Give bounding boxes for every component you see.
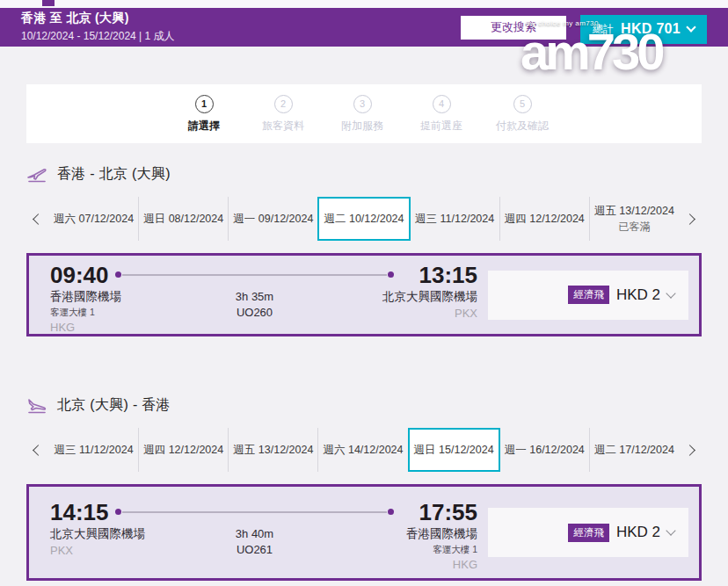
departure-terminal: 客運大樓 1: [50, 307, 121, 319]
trip-summary: 香港 至 北京 (大興) 10/12/2024 - 15/12/2024 | 1…: [21, 11, 175, 44]
trip-dates-pax: 10/12/2024 - 15/12/2024 | 1 成人: [21, 29, 175, 44]
date-label: 週一 16/12/2024: [505, 443, 585, 458]
outbound-date-tab[interactable]: 週六 07/12/2024: [49, 197, 138, 241]
departure-time: 09:40: [50, 262, 121, 288]
date-label: 週五 13/12/2024: [594, 204, 674, 219]
plane-landing-icon: [26, 396, 47, 414]
step-number: 5: [513, 95, 532, 113]
inbound-prev-dates-button[interactable]: [26, 428, 49, 472]
chevron-right-icon: [685, 213, 696, 225]
outbound-next-dates-button[interactable]: [679, 197, 702, 241]
inbound-date-tab[interactable]: 週三 11/12/2024: [49, 428, 138, 472]
fare-price: HKD 2: [616, 524, 660, 541]
arrival-airport: 香港國際機場: [406, 526, 477, 542]
inbound-flight-card[interactable]: 14:15 北京大興國際機場 PKX 3h 40m UO261 17:55 香港…: [26, 484, 702, 581]
outbound-flight-card[interactable]: 09:40 香港國際機場 客運大樓 1 HKG 3h 35m UO260 13:…: [26, 253, 702, 336]
flight-number: UO261: [115, 543, 394, 556]
outbound-fare-selector[interactable]: 經濟飛 HKD 2: [488, 271, 688, 320]
total-price-dropdown[interactable]: 總計 HKD 701: [580, 15, 707, 44]
soldout-badge: 已客滿: [618, 220, 650, 235]
outbound-date-tab-selected[interactable]: 週二 10/12/2024: [317, 197, 410, 241]
inbound-date-tab[interactable]: 週二 17/12/2024: [589, 428, 679, 472]
step-label: 旅客資料: [262, 119, 304, 134]
fare-class-badge: 經濟飛: [568, 524, 609, 542]
trip-summary-header: 香港 至 北京 (大興) 10/12/2024 - 15/12/2024 | 1…: [0, 8, 728, 47]
top-strip: [0, 0, 728, 8]
step-number: 4: [433, 95, 451, 113]
trip-title: 香港 至 北京 (大興): [21, 11, 175, 26]
date-label: 週日 15/12/2024: [414, 443, 494, 458]
outbound-route-title: 香港 - 北京 (大興): [57, 165, 171, 184]
arrival-time: 13:15: [382, 262, 477, 288]
change-search-button[interactable]: 更改搜索: [461, 16, 566, 40]
route-dot-icon: [115, 271, 121, 278]
route-line: [122, 511, 387, 513]
step-label: 付款及確認: [496, 119, 549, 134]
departure-info: 09:40 香港國際機場 客運大樓 1 HKG: [50, 262, 121, 334]
date-label: 週五 13/12/2024: [233, 443, 313, 458]
outbound-date-tab[interactable]: 週三 11/12/2024: [411, 197, 499, 241]
booking-stepper: 1 請選擇 2 旅客資料 3 附加服務 4 提前選座 5 付款及確認: [26, 84, 702, 143]
inbound-date-tab[interactable]: 週一 16/12/2024: [500, 428, 589, 472]
step-number: 2: [274, 95, 293, 113]
date-label: 週二 17/12/2024: [594, 443, 674, 458]
arrival-code: HKG: [406, 558, 477, 571]
arrival-info: 17:55 香港國際機場 客運大樓 1 HKG: [406, 499, 477, 571]
arrival-time: 17:55: [406, 499, 477, 525]
date-label: 週六 07/12/2024: [54, 212, 134, 227]
inbound-section-header: 北京 (大興) - 香港: [26, 394, 702, 416]
flight-route-info: 3h 40m UO261: [115, 499, 394, 556]
inbound-flight-leg: 14:15 北京大興國際機場 PKX 3h 40m UO261 17:55 香港…: [50, 499, 477, 566]
arrival-info: 13:15 北京大興國際機場 PKX: [382, 262, 477, 320]
route-line-graphic: [115, 262, 394, 288]
outbound-flight-leg: 09:40 香港國際機場 客運大樓 1 HKG 3h 35m UO260 13:…: [50, 262, 477, 329]
date-label: 週一 09/12/2024: [233, 212, 313, 227]
route-dot-icon: [388, 509, 394, 515]
arrival-airport: 北京大興國際機場: [382, 289, 477, 305]
top-notch-decoration: [42, 0, 55, 6]
outbound-date-tab[interactable]: 週一 09/12/2024: [228, 197, 317, 241]
date-label: 週四 12/12/2024: [505, 212, 585, 227]
inbound-next-dates-button[interactable]: [679, 428, 702, 472]
outbound-date-tab[interactable]: 週四 12/12/2024: [499, 197, 589, 241]
inbound-date-strip: 週三 11/12/2024 週四 12/12/2024 週五 13/12/202…: [26, 428, 702, 472]
step-label: 附加服務: [341, 119, 383, 134]
step-seat-selection: 4 提前選座: [417, 95, 466, 134]
date-label: 週日 08/12/2024: [143, 212, 223, 227]
inbound-route-title: 北京 (大興) - 香港: [57, 396, 171, 415]
inbound-date-tab[interactable]: 週六 14/12/2024: [317, 428, 407, 472]
flight-duration: 3h 40m: [115, 527, 394, 540]
step-select-flight: 1 請選擇: [179, 95, 229, 134]
flight-number: UO260: [115, 306, 394, 319]
step-label: 提前選座: [420, 119, 462, 134]
chevron-left-icon: [33, 445, 44, 456]
date-label: 週三 11/12/2024: [415, 212, 494, 227]
fare-price: HKD 2: [616, 286, 660, 304]
chevron-left-icon: [33, 213, 44, 225]
inbound-date-tab-selected[interactable]: 週日 15/12/2024: [408, 428, 500, 472]
departure-airport: 香港國際機場: [50, 289, 121, 305]
inbound-fare-selector[interactable]: 經濟飛 HKD 2: [488, 508, 688, 557]
date-label: 週六 14/12/2024: [323, 443, 403, 458]
fare-class-badge: 經濟飛: [568, 286, 609, 304]
step-number: 3: [353, 95, 372, 113]
outbound-date-tab-soldout[interactable]: 週五 13/12/2024 已客滿: [589, 197, 679, 241]
outbound-date-tab[interactable]: 週日 08/12/2024: [138, 197, 228, 241]
inbound-date-tab[interactable]: 週五 13/12/2024: [228, 428, 317, 472]
route-line-graphic: [115, 499, 394, 525]
route-dot-icon: [115, 509, 121, 515]
total-label: 總計: [593, 22, 614, 37]
date-label: 週二 10/12/2024: [324, 212, 404, 227]
step-addons: 3 附加服務: [338, 95, 387, 134]
outbound-section-header: 香港 - 北京 (大興): [26, 163, 702, 184]
arrival-code: PKX: [382, 307, 477, 320]
chevron-down-icon: [666, 525, 675, 535]
outbound-prev-dates-button[interactable]: [26, 197, 49, 241]
plane-takeoff-icon: [26, 165, 47, 183]
date-label: 週四 12/12/2024: [143, 443, 223, 458]
step-payment: 5 付款及確認: [496, 95, 549, 134]
inbound-date-tab[interactable]: 週四 12/12/2024: [138, 428, 228, 472]
step-passenger-info: 2 旅客資料: [258, 95, 308, 134]
flight-duration: 3h 35m: [115, 290, 394, 303]
chevron-down-icon: [686, 22, 695, 32]
